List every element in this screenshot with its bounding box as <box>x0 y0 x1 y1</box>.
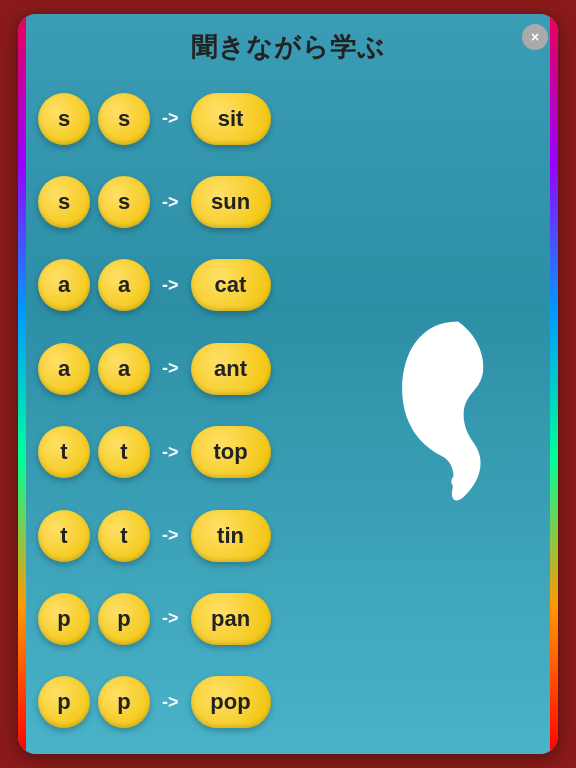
letter-rows: ss->sitss->sunaa->cataa->anttt->toptt->t… <box>38 77 368 744</box>
arrow-icon: -> <box>158 275 183 296</box>
word-bubble[interactable]: pan <box>191 593 271 645</box>
letter-row: tt->top <box>38 426 358 478</box>
arrow-icon: -> <box>158 192 183 213</box>
word-bubble[interactable]: top <box>191 426 271 478</box>
letter-bubble-2[interactable]: t <box>98 426 150 478</box>
letter-bubble-2[interactable]: p <box>98 676 150 728</box>
letter-row: ss->sit <box>38 93 358 145</box>
letter-row: pp->pan <box>38 593 358 645</box>
modal-title: 聞きながら学ぶ <box>151 14 425 77</box>
arrow-icon: -> <box>158 608 183 629</box>
learn-modal: 聞きながら学ぶ × ss->sitss->sunaa->cataa->anttt… <box>18 14 558 754</box>
letter-row: tt->tin <box>38 510 358 562</box>
left-decoration <box>18 14 26 754</box>
close-button[interactable]: × <box>522 24 548 50</box>
arrow-icon: -> <box>158 525 183 546</box>
letter-bubble-2[interactable]: p <box>98 593 150 645</box>
letter-bubble-2[interactable]: a <box>98 343 150 395</box>
letter-bubble-2[interactable]: a <box>98 259 150 311</box>
letter-bubble-2[interactable]: t <box>98 510 150 562</box>
arrow-icon: -> <box>158 108 183 129</box>
letter-bubble-1[interactable]: p <box>38 676 90 728</box>
letter-bubble-1[interactable]: a <box>38 343 90 395</box>
letter-bubble-2[interactable]: s <box>98 176 150 228</box>
letter-row: ss->sun <box>38 176 358 228</box>
word-bubble[interactable]: tin <box>191 510 271 562</box>
ear-column <box>368 77 548 744</box>
arrow-icon: -> <box>158 692 183 713</box>
arrow-icon: -> <box>158 358 183 379</box>
word-bubble[interactable]: sun <box>191 176 271 228</box>
word-bubble[interactable]: cat <box>191 259 271 311</box>
arrow-icon: -> <box>158 442 183 463</box>
letter-bubble-1[interactable]: s <box>38 93 90 145</box>
letter-bubble-1[interactable]: t <box>38 426 90 478</box>
letter-bubble-2[interactable]: s <box>98 93 150 145</box>
right-decoration <box>550 14 558 754</box>
letter-bubble-1[interactable]: s <box>38 176 90 228</box>
ear-icon <box>388 316 528 506</box>
close-icon: × <box>531 29 539 45</box>
content-area: ss->sitss->sunaa->cataa->anttt->toptt->t… <box>18 77 558 754</box>
letter-row: pp->pop <box>38 676 358 728</box>
word-bubble[interactable]: ant <box>191 343 271 395</box>
letter-row: aa->cat <box>38 259 358 311</box>
letter-bubble-1[interactable]: p <box>38 593 90 645</box>
letter-bubble-1[interactable]: t <box>38 510 90 562</box>
letter-bubble-1[interactable]: a <box>38 259 90 311</box>
svg-point-0 <box>451 474 464 487</box>
word-bubble[interactable]: pop <box>191 676 271 728</box>
letter-row: aa->ant <box>38 343 358 395</box>
word-bubble[interactable]: sit <box>191 93 271 145</box>
